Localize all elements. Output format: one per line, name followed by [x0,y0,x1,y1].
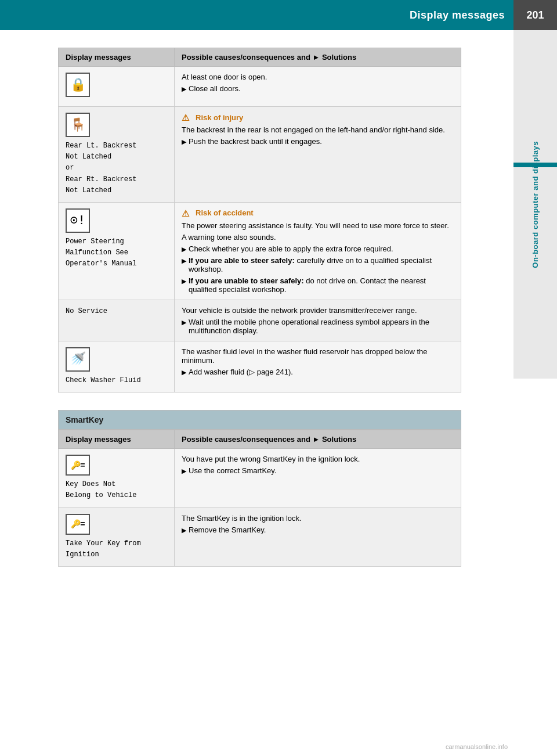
table-cell-display: 🚿 Check Washer Fluid [59,341,175,392]
bullet-item: ▶ Add washer fluid (▷ page 241). [182,368,454,376]
warning-triangle-icon [182,113,192,122]
cause-text-2: A warning tone also sounds. [182,233,454,242]
backrest-icon: 🪑 [66,113,90,137]
bullet-arrow-icon: ▶ [182,278,186,285]
table-cell-display: ⊙! Power SteeringMalfunction SeeOperator… [59,202,175,300]
table-cell-causes: You have put the wrong SmartKey in the i… [175,449,461,507]
page-number-box: 201 [513,0,557,30]
smartkey-table: Display messages Possible causes/consequ… [58,430,461,567]
bullet-item: ▶ Remove the SmartKey. [182,525,454,534]
bullet-text: Wait until the mobile phone operational … [189,318,454,335]
table-row: 🔑= Take Your Key fromIgnition The SmartK… [59,507,461,566]
washer-icon: 🚿 [66,347,90,372]
key-icon-2: 🔑= [66,514,90,535]
bullet-item: ▶ Use the correct SmartKey. [182,466,454,475]
bullet-text: Check whether you are able to apply the … [189,244,454,253]
table-row: 🔑= Key Does NotBelong to Vehicle You hav… [59,449,461,507]
table-cell-display: 🔑= Take Your Key fromIgnition [59,507,175,566]
bullet-item: ▶ Push the backrest back until it engage… [182,137,454,146]
table-cell-causes: Your vehicle is outside the network prov… [175,300,461,341]
bullet-arrow-icon: ▶ [182,257,186,265]
side-tab: On-board computer and displays [513,30,557,379]
main-table: Display messages Possible causes/consequ… [58,48,461,393]
side-tab-indicator [513,163,557,167]
table-cell-causes: Risk of injury The backrest in the rear … [175,107,461,203]
key-icon: 🔑= [66,455,90,476]
table-cell-display: 🔒 [59,67,175,107]
display-text-backrest: Rear Lt. BackrestNot LatchedorRear Rt. B… [66,141,167,196]
bullet-text: If you are able to steer safely: careful… [189,256,454,273]
cause-text: You have put the wrong SmartKey in the i… [182,455,454,463]
cause-text: The washer fluid level in the washer flu… [182,347,454,365]
cause-text: The backrest in the rear is not engaged … [182,125,454,134]
table-cell-display: 🔑= Key Does NotBelong to Vehicle [59,449,175,507]
cause-text: Your vehicle is outside the network prov… [182,306,454,315]
smartkey-section-header: SmartKey [58,410,461,430]
table-cell-causes: At least one door is open. ▶ Close all d… [175,67,461,107]
bullet-text: Use the correct SmartKey. [189,466,454,475]
main-content: Display messages Possible causes/consequ… [0,30,513,602]
bullet-arrow-icon: ▶ [182,467,186,475]
table-row: 🚿 Check Washer Fluid The washer fluid le… [59,341,461,392]
bullet-item: ▶ If you are unable to steer safely: do … [182,276,454,294]
bullet-arrow-icon: ▶ [182,369,186,376]
risk-of-accident-label: Risk of accident [182,208,454,218]
bullet-arrow-icon: ▶ [182,85,186,93]
table-cell-causes: Risk of accident The power steering assi… [175,202,461,300]
door-icon: 🔒 [66,73,90,97]
cause-text: At least one door is open. [182,73,454,81]
main-table-col2-header: Possible causes/consequences and ► Solut… [175,48,461,67]
warning-triangle-icon [182,208,192,218]
header-title: Display messages [410,9,505,21]
bullet-text: If you are unable to steer safely: do no… [189,276,454,294]
smartkey-col2-header: Possible causes/consequences and ► Solut… [175,430,461,449]
display-text-key1: Key Does NotBelong to Vehicle [66,479,167,501]
smartkey-col1-header: Display messages [59,430,175,449]
bullet-arrow-icon: ▶ [182,527,186,534]
bullet-item: ▶ Wait until the mobile phone operationa… [182,318,454,335]
display-text-steering: Power SteeringMalfunction SeeOperator's … [66,236,167,270]
steering-icon: ⊙! [66,208,90,233]
table-cell-causes: The washer fluid level in the washer flu… [175,341,461,392]
table-row: ⊙! Power SteeringMalfunction SeeOperator… [59,202,461,300]
watermark: carmanualsonline.info [446,743,508,750]
display-text-key2: Take Your Key fromIgnition [66,538,167,560]
cause-text: The power steering assistance is faulty.… [182,221,454,230]
bullet-text: Remove the SmartKey. [189,525,454,534]
bullet-text: Add washer fluid (▷ page 241). [189,368,454,376]
bullet-item: ▶ Check whether you are able to apply th… [182,244,454,253]
bullet-arrow-icon: ▶ [182,319,186,326]
table-cell-display: 🪑 Rear Lt. BackrestNot LatchedorRear Rt.… [59,107,175,203]
table-cell-causes: The SmartKey is in the ignition lock. ▶ … [175,507,461,566]
cause-text: The SmartKey is in the ignition lock. [182,514,454,523]
main-table-col1-header: Display messages [59,48,175,67]
table-cell-display: No Service [59,300,175,341]
header-bar: Display messages [0,0,557,30]
page-number: 201 [526,9,544,21]
table-row: 🔒 At least one door is open. ▶ Close all… [59,67,461,107]
bullet-arrow-icon: ▶ [182,138,186,146]
table-row: No Service Your vehicle is outside the n… [59,300,461,341]
bullet-arrow-icon: ▶ [182,246,186,253]
table-row: 🪑 Rear Lt. BackrestNot LatchedorRear Rt.… [59,107,461,203]
bullet-text: Push the backrest back until it engages. [189,137,454,146]
side-tab-label: On-board computer and displays [531,141,540,268]
risk-of-injury-label: Risk of injury [182,113,454,122]
display-text-noservice: No Service [66,306,167,317]
display-text-washer: Check Washer Fluid [66,375,167,386]
bullet-item: ▶ If you are able to steer safely: caref… [182,256,454,273]
bullet-item: ▶ Close all doors. [182,84,454,93]
bullet-text: Close all doors. [189,84,454,93]
